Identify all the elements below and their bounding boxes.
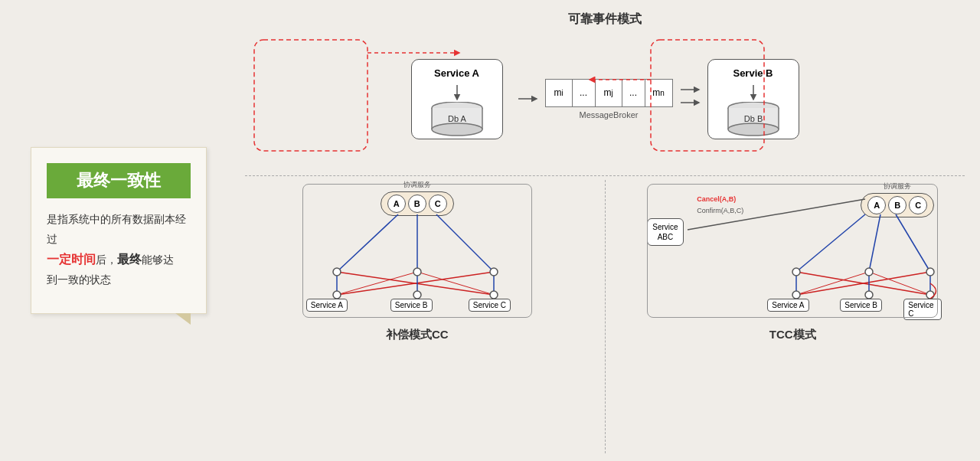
note-box: 最终一致性 是指系统中的所有数据副本经过 一定时间后，最终能够达 到一致的状态 [31, 147, 207, 313]
highlight-time: 一定时间 [47, 253, 96, 266]
left-panel: 最终一致性 是指系统中的所有数据副本经过 一定时间后，最终能够达 到一致的状态 [0, 0, 230, 461]
note-after: 后， [96, 253, 117, 266]
broker-label: MessageBroker [579, 110, 638, 119]
svg-line-38 [796, 214, 865, 272]
main-container: 最终一致性 是指系统中的所有数据副本经过 一定时间后，最终能够达 到一致的状态 … [0, 0, 980, 461]
v-divider [605, 180, 606, 453]
svg-point-53 [926, 291, 934, 299]
svg-point-36 [490, 291, 498, 299]
svg-line-39 [869, 214, 880, 272]
note-line1: 是指系统中的所有数据副本经过 [47, 210, 191, 248]
cc-title: 补偿模式CC [386, 328, 449, 342]
arrow-a-to-broker [518, 87, 541, 110]
arrow-broker-to-b [681, 76, 704, 122]
service-b-tcc: Service B [840, 299, 882, 312]
svg-point-48 [792, 268, 800, 276]
svg-point-51 [792, 291, 800, 299]
service-b-label: Servie B [720, 67, 787, 79]
svg-point-15 [728, 123, 779, 136]
svg-rect-17 [254, 40, 368, 151]
msg-mj: mj [596, 80, 622, 106]
svg-line-26 [337, 272, 417, 295]
svg-point-33 [490, 268, 498, 276]
db-a: Db A [430, 102, 484, 131]
svg-text:Db B: Db B [743, 114, 762, 123]
svg-line-40 [896, 214, 930, 272]
bottom-section: 协调服务 A B C [245, 180, 965, 453]
service-a-label: Service A [423, 67, 491, 79]
svg-text:Db A: Db A [448, 114, 467, 123]
svg-line-37 [688, 199, 865, 230]
svg-line-21 [337, 214, 398, 272]
service-a-cc: Service A [306, 299, 348, 312]
note-line2: 一定时间后，最终能够达 [47, 249, 191, 271]
svg-line-23 [436, 214, 494, 272]
message-boxes: mi ... mj ... mn [545, 79, 673, 107]
top-section: 可靠事件模式 Service A [245, 11, 965, 164]
tcc-title: TCC模式 [769, 328, 816, 342]
note-line3: 到一致的状态 [47, 270, 191, 289]
svg-line-43 [796, 272, 869, 295]
tcc-pattern: Service ABC Cancel(A,B) Confirm(A,B,C) 协… [621, 180, 965, 453]
svg-line-27 [417, 272, 494, 295]
tcc-diagram: Service ABC Cancel(A,B) Confirm(A,B,C) 协… [643, 180, 942, 322]
message-broker: mi ... mj ... mn MessageBroker [545, 79, 673, 119]
service-c-cc: Service C [469, 299, 511, 312]
reliable-event-title: 可靠事件模式 [245, 11, 965, 28]
h-divider [245, 175, 965, 176]
svg-point-5 [432, 123, 482, 136]
msg-mn: mn [645, 80, 672, 106]
svg-point-32 [413, 268, 421, 276]
service-c-tcc: Service C [903, 299, 942, 320]
note-body: 是指系统中的所有数据副本经过 一定时间后，最终能够达 到一致的状态 [47, 210, 191, 289]
cc-diagram: 协调服务 A B C [299, 180, 536, 322]
svg-line-44 [869, 272, 930, 295]
service-b-cc: Service B [390, 299, 433, 312]
msg-mi: mi [546, 80, 573, 106]
note-end: 能够达 [142, 253, 174, 266]
service-a-container: Service A Db A [411, 59, 503, 139]
svg-point-49 [865, 268, 873, 276]
svg-point-52 [865, 291, 873, 299]
svg-point-50 [926, 268, 934, 276]
right-panel: 可靠事件模式 Service A [230, 0, 980, 461]
svg-point-31 [333, 268, 341, 276]
cc-pattern: 协调服务 A B C [245, 180, 590, 453]
service-a-tcc: Service A [767, 299, 808, 312]
highlight-finally: 最终 [117, 253, 142, 266]
service-b-container: Servie B Db B [707, 59, 799, 139]
db-b: Db B [727, 102, 780, 131]
msg-dots2: ... [622, 80, 645, 106]
svg-point-34 [333, 291, 341, 299]
msg-dots1: ... [573, 80, 596, 106]
svg-point-35 [413, 291, 421, 299]
note-title: 最终一致性 [47, 163, 191, 198]
